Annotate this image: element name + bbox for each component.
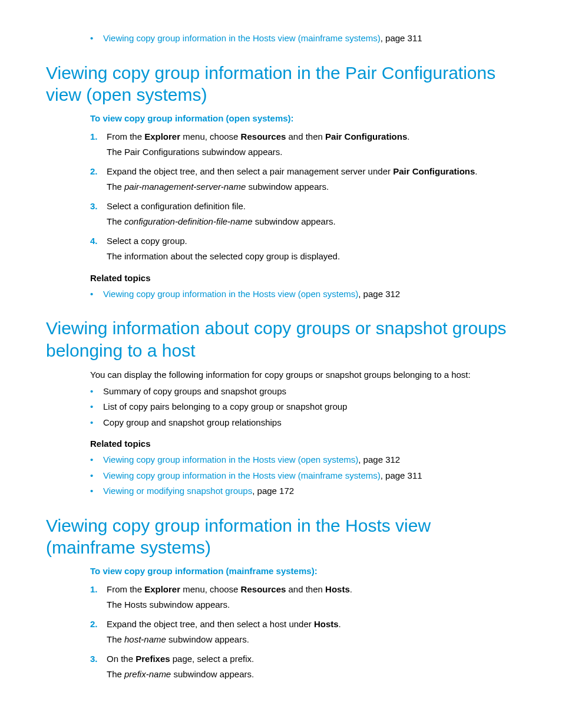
ui-term: Pair Configurations: [325, 131, 407, 141]
bullet-icon: •: [90, 288, 103, 301]
bullet-icon: •: [90, 485, 103, 498]
list-item: 2.Expand the object tree, and then selec…: [90, 165, 516, 179]
variable-name: host-name: [124, 634, 166, 644]
bullet-icon: •: [90, 453, 103, 467]
list-item: •Viewing copy group information in the H…: [90, 469, 516, 483]
list-item: •Viewing or modifying snapshot groups, p…: [90, 485, 516, 498]
list-item: 1.From the Explorer menu, choose Resourc…: [90, 583, 516, 597]
related-topics-heading: Related topics: [90, 273, 516, 283]
bullet-icon: •: [90, 469, 103, 483]
list-item: •Viewing copy group information in the H…: [90, 453, 516, 467]
ui-term: Resources: [241, 131, 286, 141]
step-result: The Pair Configurations subwindow appear…: [107, 146, 516, 159]
section-heading: Viewing copy group information in the Pa…: [46, 62, 516, 106]
bullet-icon: •: [90, 32, 103, 45]
list-item-content: Viewing copy group information in the Ho…: [103, 288, 516, 301]
bullet-icon: •: [90, 385, 103, 398]
step-text: Select a configuration definition file.: [107, 200, 516, 213]
step-number: 1.: [90, 583, 107, 597]
step-text: From the Explorer menu, choose Resources…: [107, 583, 516, 597]
body-paragraph: You can display the following informatio…: [90, 368, 516, 381]
variable-name: configuration-definition-file-name: [124, 216, 253, 226]
document-page: • Viewing copy group information in the …: [0, 0, 562, 728]
section-body: To view copy group information (open sys…: [90, 113, 516, 301]
list-item: •Viewing copy group information in the H…: [90, 288, 516, 301]
page-ref: , page 311: [381, 33, 422, 43]
cross-reference-link[interactable]: Viewing copy group information in the Ho…: [103, 454, 358, 465]
related-topics-list: •Viewing copy group information in the H…: [90, 453, 516, 498]
ordered-list: 1.From the Explorer menu, choose Resourc…: [90, 130, 516, 263]
page-ref: , page 312: [358, 454, 400, 465]
step-result: The prefix-name subwindow appears.: [107, 668, 516, 681]
step-result: The pair-management-server-name subwindo…: [107, 180, 516, 194]
ui-term: Hosts: [314, 619, 339, 629]
step-text: From the Explorer menu, choose Resources…: [107, 130, 516, 144]
unordered-list: •Summary of copy groups and snapshot gro…: [90, 385, 516, 430]
step-text: Expand the object tree, and then select …: [107, 165, 516, 179]
step-number: 3.: [90, 653, 107, 666]
list-item: •Copy group and snapshot group relations…: [90, 416, 516, 430]
cross-reference-link[interactable]: Viewing copy group information in the Ho…: [103, 470, 381, 480]
related-topics-list: •Viewing copy group information in the H…: [90, 288, 516, 301]
step-text: Select a copy group.: [107, 235, 516, 248]
cross-reference-link[interactable]: Viewing copy group information in the Ho…: [103, 289, 358, 299]
cross-reference-link[interactable]: Viewing copy group information in the Ho…: [103, 33, 381, 43]
ui-term: Resources: [241, 584, 286, 594]
list-item-content: Copy group and snapshot group relationsh…: [103, 416, 516, 430]
step-result: The configuration-definition-file-name s…: [107, 215, 516, 229]
step-text: Expand the object tree, and then select …: [107, 618, 516, 631]
procedure-intro: To view copy group information (open sys…: [90, 113, 516, 123]
list-item: 1.From the Explorer menu, choose Resourc…: [90, 130, 516, 144]
list-item: • Viewing copy group information in the …: [90, 32, 516, 45]
ui-term: Explorer: [144, 131, 180, 141]
ui-term: Pair Configurations: [393, 166, 475, 176]
step-text: On the Prefixes page, select a prefix.: [107, 653, 516, 666]
list-item-content: Viewing copy group information in the Ho…: [103, 469, 516, 483]
variable-name: pair-management-server-name: [124, 182, 246, 192]
page-ref: , page 311: [381, 470, 422, 480]
list-item-content: Summary of copy groups and snapshot grou…: [103, 385, 516, 398]
bullet-icon: •: [90, 400, 103, 414]
list-item-content: List of copy pairs belonging to a copy g…: [103, 400, 516, 414]
cross-reference-link[interactable]: Viewing or modifying snapshot groups: [103, 486, 252, 496]
step-result: The information about the selected copy …: [107, 250, 516, 263]
list-item-content: Viewing copy group information in the Ho…: [103, 453, 516, 467]
ui-term: Hosts: [325, 584, 350, 594]
list-item: 4.Select a copy group.: [90, 235, 516, 248]
step-number: 3.: [90, 200, 107, 213]
section-heading: Viewing information about copy groups or…: [46, 317, 516, 361]
step-result: The host-name subwindow appears.: [107, 633, 516, 647]
list-item: •List of copy pairs belonging to a copy …: [90, 400, 516, 414]
ui-term: Prefixes: [135, 654, 170, 664]
ui-term: Explorer: [144, 584, 180, 594]
list-item: •Summary of copy groups and snapshot gro…: [90, 385, 516, 398]
ordered-list: 1.From the Explorer menu, choose Resourc…: [90, 583, 516, 681]
section-body: You can display the following informatio…: [90, 368, 516, 498]
page-ref: , page 172: [252, 486, 294, 496]
step-number: 2.: [90, 165, 107, 179]
page-ref: , page 312: [358, 289, 400, 299]
list-item-content: Viewing or modifying snapshot groups, pa…: [103, 485, 516, 498]
list-item: 3.Select a configuration definition file…: [90, 200, 516, 213]
procedure-intro: To view copy group information (mainfram…: [90, 566, 516, 576]
step-number: 2.: [90, 618, 107, 631]
step-number: 4.: [90, 235, 107, 248]
list-item: 3.On the Prefixes page, select a prefix.: [90, 653, 516, 666]
list-item: 2.Expand the object tree, and then selec…: [90, 618, 516, 631]
step-result: The Hosts subwindow appears.: [107, 598, 516, 612]
step-number: 1.: [90, 130, 107, 144]
section-heading: Viewing copy group information in the Ho…: [46, 515, 516, 559]
bullet-icon: •: [90, 416, 103, 430]
top-related-block: • Viewing copy group information in the …: [90, 32, 516, 45]
related-topics-heading: Related topics: [90, 439, 516, 449]
list-item-content: Viewing copy group information in the Ho…: [103, 32, 516, 45]
variable-name: prefix-name: [124, 669, 171, 679]
section-body: To view copy group information (mainfram…: [90, 566, 516, 681]
